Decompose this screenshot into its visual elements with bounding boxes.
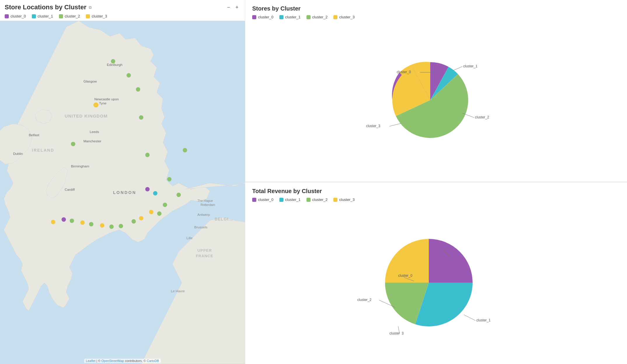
svg-text:Le Havre: Le Havre — [171, 289, 185, 293]
revenue_by_cluster-legend-item-cluster_0: cluster_0 — [252, 197, 274, 202]
stores_by_cluster-legend-item-cluster_1: cluster_1 — [279, 15, 301, 19]
svg-text:Birmingham: Birmingham — [71, 164, 89, 168]
export-icon[interactable]: ⧉ — [89, 5, 92, 10]
map-controls: − + — [225, 4, 240, 11]
stores-pie-svg: cluster_0 cluster_1 cluster_2 cluster_3 — [349, 50, 524, 150]
stores_by_cluster-legend-item-cluster_3: cluster_3 — [333, 15, 355, 19]
pie-label-cluster0: cluster_0 — [397, 70, 411, 74]
rev-label-cluster2: cluster_2 — [357, 298, 372, 302]
store-dot — [80, 220, 85, 225]
stores_by_cluster-legend-item-cluster_2: cluster_2 — [306, 15, 328, 19]
store-dot — [119, 224, 123, 228]
zoom-out-button[interactable]: − — [225, 4, 232, 11]
pie-label-cluster1: cluster_1 — [463, 64, 478, 68]
stores-chart-area: cluster_0 cluster_1 cluster_2 cluster_3 — [252, 24, 620, 176]
svg-text:Edinburgh: Edinburgh — [107, 63, 123, 66]
legend-dot-cluster_2 — [59, 14, 63, 18]
store-dot — [51, 220, 55, 224]
map-legend-item-cluster_2: cluster_2 — [59, 14, 80, 18]
revenue_by_cluster-legend-item-cluster_3: cluster_3 — [333, 197, 355, 202]
svg-line-27 — [389, 123, 401, 126]
store-dot — [157, 211, 161, 216]
store-dot — [100, 223, 104, 228]
svg-text:Newcastle upon: Newcastle upon — [94, 97, 119, 101]
legend-label-cluster_3: cluster_3 — [339, 197, 355, 202]
svg-text:FRANCE: FRANCE — [196, 254, 213, 258]
map-legend-item-cluster_3: cluster_3 — [86, 14, 107, 18]
revenue-chart-title: Total Revenue by Cluster — [252, 188, 620, 195]
svg-text:UPPER: UPPER — [197, 248, 212, 253]
store-dot — [177, 193, 181, 197]
map-attribution: Leaflet | © OpenStreetMap contributors, … — [84, 359, 161, 363]
store-dot — [139, 115, 143, 120]
legend-dot-cluster_3 — [333, 15, 337, 19]
osm-link[interactable]: OpenStreetMap — [101, 359, 124, 363]
svg-text:Tyne: Tyne — [99, 101, 107, 105]
leaflet-link[interactable]: Leaflet — [86, 359, 95, 363]
svg-text:Belfast: Belfast — [29, 133, 40, 137]
legend-label-cluster_1: cluster_1 — [38, 14, 53, 18]
pie-label-cluster3: cluster_3 — [366, 124, 380, 128]
legend-label-cluster_2: cluster_2 — [312, 15, 328, 19]
stores_by_cluster-legend-item-cluster_0: cluster_0 — [252, 15, 274, 19]
pie-label-cluster2: cluster_2 — [475, 115, 489, 119]
store-dot — [163, 203, 167, 207]
legend-dot-cluster_3 — [86, 14, 90, 18]
revenue_by_cluster-legend-item-cluster_1: cluster_1 — [279, 197, 301, 202]
svg-text:Lille: Lille — [187, 236, 193, 240]
rev-pie-cluster0 — [429, 239, 473, 283]
store-dot — [132, 219, 136, 224]
svg-text:Rotterdam: Rotterdam — [201, 203, 215, 206]
legend-label-cluster_1: cluster_1 — [285, 197, 301, 202]
store-dot — [136, 87, 140, 92]
map-title: Store Locations by Cluster — [5, 4, 86, 11]
store-dot — [149, 210, 153, 214]
legend-dot-cluster_0 — [5, 14, 9, 18]
stores-chart-title: Stores by Cluster — [252, 5, 620, 12]
store-dot — [139, 216, 143, 220]
zoom-in-button[interactable]: + — [234, 4, 240, 11]
svg-text:Dublin: Dublin — [13, 152, 23, 155]
store-dot — [70, 218, 74, 223]
map-title-area: Store Locations by Cluster ⧉ — [5, 4, 92, 11]
revenue-by-cluster-panel: Total Revenue by Cluster cluster_0cluste… — [245, 183, 627, 364]
svg-text:Glasgow: Glasgow — [83, 79, 97, 83]
map-legend-item-cluster_1: cluster_1 — [32, 14, 53, 18]
svg-text:Manchester: Manchester — [83, 139, 102, 143]
svg-text:The Hague: The Hague — [197, 199, 213, 202]
revenue-chart-area: cluster_1 cluster_2 cluster_3 cluster_0 — [252, 206, 620, 359]
store-dot — [145, 153, 150, 157]
rev-label-cluster1: cluster_1 — [476, 318, 491, 322]
svg-text:UNITED KINGDOM: UNITED KINGDOM — [65, 113, 108, 118]
legend-label-cluster_0: cluster_0 — [11, 14, 26, 18]
legend-dot-cluster_0 — [252, 198, 256, 202]
legend-dot-cluster_3 — [333, 198, 337, 202]
legend-dot-cluster_0 — [252, 15, 256, 19]
map-header: Store Locations by Cluster ⧉ − + — [0, 0, 245, 13]
legend-label-cluster_2: cluster_2 — [312, 197, 328, 202]
legend-label-cluster_0: cluster_0 — [258, 197, 274, 202]
legend-label-cluster_2: cluster_2 — [65, 14, 80, 18]
svg-text:LONDON: LONDON — [113, 190, 136, 195]
svg-text:Cardiff: Cardiff — [65, 188, 75, 191]
stores-chart-legend: cluster_0cluster_1cluster_2cluster_3 — [252, 15, 620, 19]
legend-dot-cluster_2 — [306, 198, 311, 202]
cartodb-link[interactable]: CartoDB — [147, 359, 159, 363]
map-panel: Store Locations by Cluster ⧉ − + cluster… — [0, 0, 245, 364]
svg-line-25 — [454, 66, 462, 70]
revenue-chart-legend: cluster_0cluster_1cluster_2cluster_3 — [252, 197, 620, 202]
map-legend: cluster_0cluster_1cluster_2cluster_3 — [0, 13, 245, 21]
legend-dot-cluster_2 — [306, 15, 311, 19]
store-dot — [62, 217, 66, 222]
svg-text:BELGI...: BELGI... — [215, 217, 233, 221]
store-dot — [183, 148, 187, 153]
legend-label-cluster_3: cluster_3 — [92, 14, 107, 18]
legend-label-cluster_1: cluster_1 — [285, 15, 301, 19]
stores-by-cluster-panel: Stores by Cluster cluster_0cluster_1clus… — [245, 0, 627, 183]
rev-label-cluster0: cluster_0 — [398, 274, 412, 278]
legend-dot-cluster_1 — [279, 198, 283, 202]
map-container[interactable]: Edinburgh Glasgow Newcastle upon Tyne Le… — [0, 21, 245, 364]
legend-label-cluster_0: cluster_0 — [258, 15, 274, 19]
svg-text:Leeds: Leeds — [90, 130, 99, 134]
legend-label-cluster_3: cluster_3 — [339, 15, 355, 19]
